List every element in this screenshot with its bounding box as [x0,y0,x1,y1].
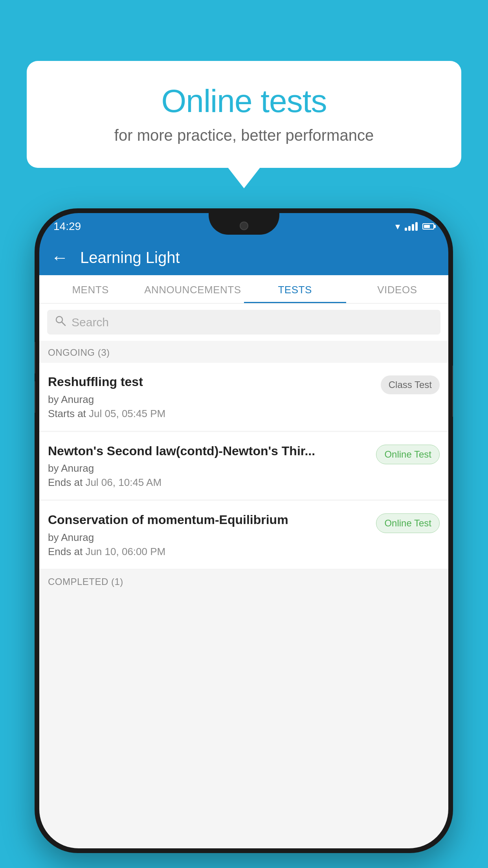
status-icons: ▾ [395,221,434,232]
search-input-wrapper[interactable]: Search [47,310,440,335]
app-title: Learning Light [80,249,180,267]
bubble-subtitle: for more practice, better performance [42,127,446,144]
side-button-power [452,366,453,417]
search-bar: Search [39,303,448,341]
side-button-volume-down [35,381,35,413]
phone-frame: 14:29 ▾ ← [35,208,453,853]
battery-icon [422,223,434,230]
test-time-reshuffling: Starts at Jul 05, 05:45 PM [48,408,374,420]
badge-class-test-reshuffling: Class Test [381,375,440,394]
status-time: 14:29 [53,220,81,233]
test-card-conservation[interactable]: Conservation of momentum-Equilibrium by … [39,501,448,569]
front-camera [240,221,248,230]
tab-tests[interactable]: TESTS [244,275,346,303]
speech-bubble: Online tests for more practice, better p… [27,61,461,168]
test-time-conservation: Ends at Jun 10, 06:00 PM [48,546,370,558]
back-button[interactable]: ← [51,248,68,267]
test-card-newtons[interactable]: Newton's Second law(contd)-Newton's Thir… [39,432,448,500]
test-author-conservation: by Anurag [48,531,370,544]
test-name-reshuffling: Reshuffling test [48,374,374,390]
status-bar: 14:29 ▾ [39,213,448,240]
section-completed: COMPLETED (1) [39,570,448,592]
section-ongoing: ONGOING (3) [39,341,448,363]
tab-announcements[interactable]: ANNOUNCEMENTS [141,275,244,303]
wifi-icon: ▾ [395,221,400,232]
test-info-reshuffling: Reshuffling test by Anurag Starts at Jul… [48,374,374,420]
test-name-conservation: Conservation of momentum-Equilibrium [48,512,370,528]
screen-content: Search ONGOING (3) Reshuffling test by A… [39,303,448,848]
test-info-conservation: Conservation of momentum-Equilibrium by … [48,512,370,558]
test-name-newtons: Newton's Second law(contd)-Newton's Thir… [48,443,370,460]
app-header: ← Learning Light [39,240,448,275]
tab-bar: MENTS ANNOUNCEMENTS TESTS VIDEOS [39,275,448,303]
svg-line-1 [62,322,65,326]
test-info-newtons: Newton's Second law(contd)-Newton's Thir… [48,443,370,489]
badge-online-test-conservation: Online Test [376,513,440,533]
tab-ments[interactable]: MENTS [39,275,141,303]
test-card-reshuffling[interactable]: Reshuffling test by Anurag Starts at Jul… [39,363,448,431]
test-author-newtons: by Anurag [48,462,370,474]
notch [209,213,279,235]
bubble-title: Online tests [42,83,446,120]
test-author-reshuffling: by Anurag [48,394,374,406]
tab-videos[interactable]: VIDEOS [346,275,448,303]
search-placeholder: Search [72,316,109,329]
search-icon [55,315,66,329]
phone-screen: 14:29 ▾ ← [39,213,448,848]
side-button-volume-up [35,342,35,373]
test-time-newtons: Ends at Jul 06, 10:45 AM [48,476,370,489]
badge-online-test-newtons: Online Test [376,445,440,464]
signal-icon [405,222,418,231]
